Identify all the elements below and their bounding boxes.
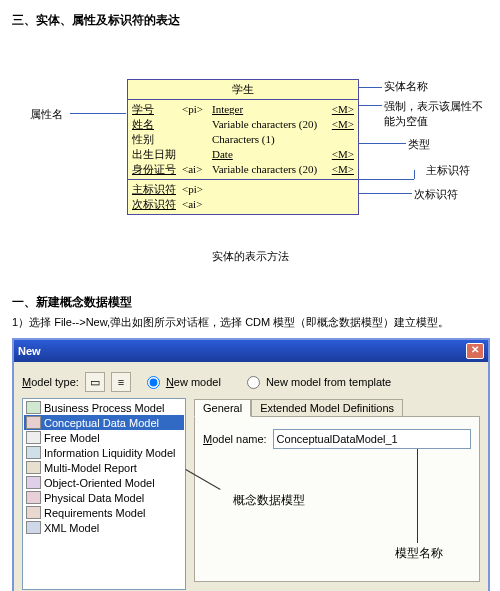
arrow [414, 170, 415, 179]
attr-m: <M> [326, 147, 354, 162]
arrow [358, 87, 382, 88]
list-item-label: Physical Data Model [44, 492, 144, 504]
attr-type: Variable characters (20) [212, 162, 326, 177]
dialog-title: New [18, 345, 41, 357]
radio-template[interactable] [247, 376, 260, 389]
label-mandatory: 强制，表示该属性不能为空值 [384, 99, 488, 129]
attr-name: 性别 [132, 132, 182, 147]
list-item-label: Free Model [44, 432, 100, 444]
attr-type: Characters (1) [212, 132, 326, 147]
id-name: 主标识符 [132, 182, 182, 197]
attr-tag: <ai> [182, 162, 212, 177]
section-one-title: 一、新建概念数据模型 [12, 294, 488, 311]
model-icon [26, 491, 41, 504]
id-tag: <ai> [182, 197, 212, 212]
attr-row: 性别 Characters (1) [132, 132, 354, 147]
radio-new-model[interactable] [147, 376, 160, 389]
list-item[interactable]: XML Model [24, 520, 184, 535]
model-icon [26, 401, 41, 414]
attr-tag: <pi> [182, 102, 212, 117]
list-item-label: Business Process Model [44, 402, 164, 414]
attr-name: 学号 [132, 102, 182, 117]
attr-row: 出生日期 Date <M> [132, 147, 354, 162]
attr-m: <M> [326, 102, 354, 117]
list-item[interactable]: Conceptual Data Model [24, 415, 184, 430]
tab-body: Model name: 概念数据模型 模型名称 [194, 416, 480, 582]
list-item-label: Multi-Model Report [44, 462, 137, 474]
list-item-label: Conceptual Data Model [44, 417, 159, 429]
entity-diagram: 属性名 实体名称 强制，表示该属性不能为空值 类型 主标识符 次标识符 学生 学… [12, 59, 488, 239]
tab-extended[interactable]: Extended Model Definitions [251, 399, 403, 417]
modelname-input[interactable] [273, 429, 471, 449]
list-item[interactable]: Requirements Model [24, 505, 184, 520]
radio-template-label: New model from template [266, 376, 391, 388]
attr-m: <M> [326, 117, 354, 132]
label-ai: 次标识符 [414, 187, 458, 202]
arrow [358, 179, 414, 180]
model-icon [26, 521, 41, 534]
entity-title: 学生 [128, 80, 358, 100]
right-pane: General Extended Model Definitions Model… [194, 398, 480, 590]
attr-type: Integer [212, 102, 326, 117]
diagram-caption: 实体的表示方法 [12, 249, 488, 264]
radio-new-label: New model [166, 376, 221, 388]
label-pi: 主标识符 [426, 163, 470, 178]
arrow [70, 113, 126, 114]
id-name: 次标识符 [132, 197, 182, 212]
section-three-title: 三、实体、属性及标识符的表达 [12, 12, 488, 29]
attr-name: 姓名 [132, 117, 182, 132]
arrow [358, 105, 382, 106]
entity-attributes: 学号 <pi> Integer <M> 姓名 Variable characte… [128, 100, 358, 180]
label-type: 类型 [408, 137, 430, 152]
list-button[interactable]: ≡ [111, 372, 131, 392]
tab-general[interactable]: General [194, 399, 251, 417]
modeltype-label: Model type: [22, 376, 79, 388]
id-tag: <pi> [182, 182, 212, 197]
new-dialog: New ✕ Model type: ▭ ≡ New model New mode… [12, 338, 490, 591]
model-icon [26, 431, 41, 444]
model-icon [26, 476, 41, 489]
list-item[interactable]: Multi-Model Report [24, 460, 184, 475]
attr-name: 身份证号 [132, 162, 182, 177]
modelname-label: Model name: [203, 433, 267, 445]
entity-box: 学生 学号 <pi> Integer <M> 姓名 Variable chara… [127, 79, 359, 215]
step-1-text: 1）选择 File-->New,弹出如图所示对话框，选择 CDM 模型（即概念数… [12, 315, 488, 330]
model-type-list[interactable]: Business Process Model Conceptual Data M… [22, 398, 186, 590]
list-item-label: Object-Oriented Model [44, 477, 155, 489]
attr-type: Date [212, 147, 326, 162]
list-item-label: Requirements Model [44, 507, 146, 519]
arrow [358, 143, 406, 144]
arrow [185, 469, 220, 490]
list-item-label: XML Model [44, 522, 99, 534]
annotation-modelname: 模型名称 [395, 545, 443, 562]
list-item[interactable]: Information Liquidity Model [24, 445, 184, 460]
arrow [358, 193, 412, 194]
entity-identifiers: 主标识符 <pi> 次标识符 <ai> [128, 180, 358, 214]
model-icon [26, 446, 41, 459]
attr-row: 学号 <pi> Integer <M> [132, 102, 354, 117]
list-item[interactable]: Physical Data Model [24, 490, 184, 505]
attr-name: 出生日期 [132, 147, 182, 162]
model-icon [26, 461, 41, 474]
id-row: 次标识符 <ai> [132, 197, 354, 212]
close-icon[interactable]: ✕ [466, 343, 484, 359]
list-item-label: Information Liquidity Model [44, 447, 175, 459]
titlebar: New ✕ [14, 340, 488, 362]
list-item[interactable]: Object-Oriented Model [24, 475, 184, 490]
attr-type: Variable characters (20) [212, 117, 326, 132]
annotation-cdm: 概念数据模型 [233, 492, 305, 509]
id-row: 主标识符 <pi> [132, 182, 354, 197]
label-attr-name: 属性名 [30, 107, 63, 122]
attr-row: 身份证号 <ai> Variable characters (20) <M> [132, 162, 354, 177]
list-item[interactable]: Business Process Model [24, 400, 184, 415]
list-item[interactable]: Free Model [24, 430, 184, 445]
arrow [417, 449, 418, 543]
attr-row: 姓名 Variable characters (20) <M> [132, 117, 354, 132]
model-icon [26, 416, 41, 429]
large-icons-button[interactable]: ▭ [85, 372, 105, 392]
attr-m: <M> [326, 162, 354, 177]
label-entity-name: 实体名称 [384, 79, 428, 94]
model-icon [26, 506, 41, 519]
